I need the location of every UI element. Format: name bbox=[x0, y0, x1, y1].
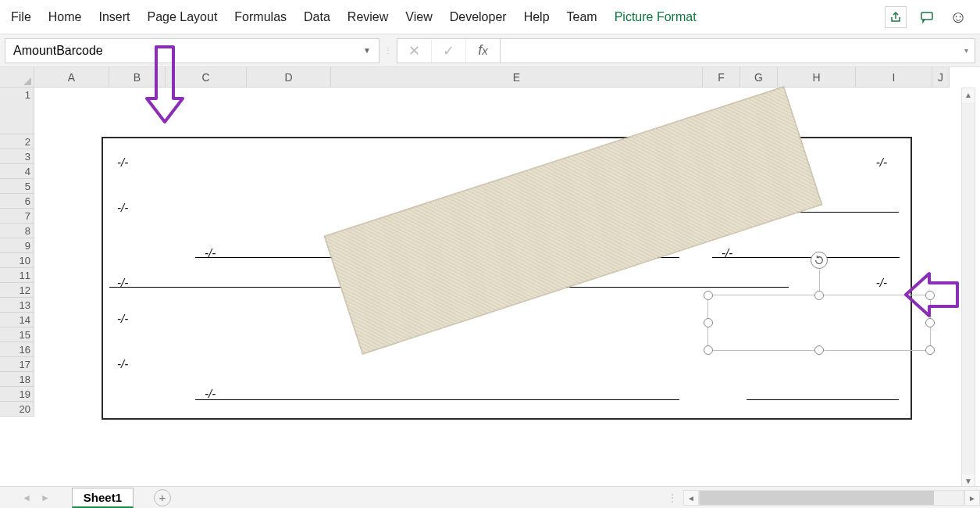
placeholder-11: -/- bbox=[205, 387, 216, 400]
tab-review[interactable]: Review bbox=[347, 10, 388, 24]
annotation-arrow-namebox bbox=[137, 38, 192, 123]
row-header-20[interactable]: 20 bbox=[0, 402, 34, 417]
tab-help[interactable]: Help bbox=[524, 10, 550, 24]
resize-handle-bl[interactable] bbox=[704, 345, 713, 355]
placeholder-8: -/- bbox=[876, 276, 887, 289]
placeholder-2: -/- bbox=[876, 156, 887, 169]
tab-formulas[interactable]: Formulas bbox=[234, 10, 287, 24]
formula-input[interactable] bbox=[501, 39, 957, 63]
tab-file[interactable]: File bbox=[11, 10, 31, 24]
col-header-H[interactable]: H bbox=[778, 67, 856, 87]
col-header-G[interactable]: G bbox=[740, 67, 778, 87]
vertical-scrollbar[interactable]: ▲ ▼ bbox=[961, 88, 975, 489]
scroll-right-icon[interactable]: ► bbox=[964, 490, 980, 506]
row-header-16[interactable]: 16 bbox=[0, 342, 34, 357]
row-header-14[interactable]: 14 bbox=[0, 313, 34, 327]
fx-icon[interactable]: fx bbox=[466, 39, 501, 63]
horizontal-scrollbar[interactable]: ◄ ► bbox=[683, 490, 980, 506]
tab-data[interactable]: Data bbox=[304, 10, 330, 24]
resize-handle-tl[interactable] bbox=[704, 291, 713, 300]
placeholder-9: -/- bbox=[117, 312, 128, 325]
row-header-15[interactable]: 15 bbox=[0, 327, 34, 342]
hscroll-track[interactable] bbox=[699, 490, 964, 506]
row-header-8[interactable]: 8 bbox=[0, 224, 34, 238]
col-header-E[interactable]: E bbox=[331, 67, 703, 87]
tab-nav-prev-icon[interactable]: ◄ bbox=[17, 492, 36, 503]
ribbon: File Home Insert Page Layout Formulas Da… bbox=[0, 0, 980, 34]
tab-picture-format[interactable]: Picture Format bbox=[615, 10, 697, 24]
tab-bar-grip[interactable]: ⋮ bbox=[668, 492, 683, 503]
cancel-entry-icon: ✕ bbox=[397, 39, 432, 63]
tab-developer[interactable]: Developer bbox=[450, 10, 507, 24]
tab-home[interactable]: Home bbox=[48, 10, 82, 24]
signature-line bbox=[747, 399, 899, 400]
col-header-J[interactable]: J bbox=[932, 67, 950, 87]
tab-nav-next-icon[interactable]: ► bbox=[36, 492, 55, 503]
worksheet-grid: A B C D E F G H I J 1 2 3 4 5 6 7 8 9 10… bbox=[0, 67, 980, 508]
sheet-tab-bar: ◄ ► Sheet1 + ⋮ ◄ ► bbox=[0, 486, 980, 508]
sheet-tab-sheet1[interactable]: Sheet1 bbox=[72, 488, 134, 508]
row-header-1[interactable]: 1 bbox=[0, 88, 34, 134]
col-header-A[interactable]: A bbox=[34, 67, 109, 87]
add-sheet-button[interactable]: + bbox=[154, 489, 171, 506]
name-box-dropdown-icon[interactable]: ▼ bbox=[363, 46, 371, 55]
formula-bar: ✕ ✓ fx ▾ bbox=[397, 38, 975, 63]
row-headers: 1 2 3 4 5 6 7 8 9 10 11 12 13 14 15 16 1… bbox=[0, 88, 34, 417]
vertical-grip[interactable]: ⋮ bbox=[383, 46, 394, 55]
row-header-5[interactable]: 5 bbox=[0, 179, 34, 194]
selected-picture-amountbarcode[interactable] bbox=[707, 295, 931, 351]
comments-icon[interactable] bbox=[916, 6, 938, 28]
scroll-up-icon[interactable]: ▲ bbox=[962, 88, 975, 102]
resize-handle-br[interactable] bbox=[925, 345, 935, 355]
row-header-12[interactable]: 12 bbox=[0, 283, 34, 298]
row-header-19[interactable]: 19 bbox=[0, 387, 34, 402]
row-header-7[interactable]: 7 bbox=[0, 209, 34, 224]
row-header-11[interactable]: 11 bbox=[0, 268, 34, 283]
row-header-3[interactable]: 3 bbox=[0, 149, 34, 164]
name-box[interactable]: AmountBarcode ▼ bbox=[5, 38, 380, 63]
row-header-10[interactable]: 10 bbox=[0, 253, 34, 268]
tab-insert[interactable]: Insert bbox=[98, 10, 130, 24]
share-icon[interactable] bbox=[885, 6, 907, 28]
name-box-value: AmountBarcode bbox=[13, 44, 103, 58]
row-header-13[interactable]: 13 bbox=[0, 298, 34, 313]
row-header-2[interactable]: 2 bbox=[0, 134, 34, 149]
row-header-18[interactable]: 18 bbox=[0, 372, 34, 387]
col-header-F[interactable]: F bbox=[703, 67, 740, 87]
sheet-canvas[interactable]: -/- -/- -/- -/- -/- -/- -/- -/- -/- -/- … bbox=[34, 88, 957, 489]
placeholder-3: -/- bbox=[117, 201, 128, 214]
resize-handle-mt[interactable] bbox=[814, 291, 824, 300]
svg-rect-0 bbox=[921, 13, 932, 20]
amount-line bbox=[712, 257, 900, 258]
feedback-smiley-icon[interactable]: ☺ bbox=[947, 6, 969, 28]
placeholder-10: -/- bbox=[117, 357, 128, 370]
hscroll-thumb[interactable] bbox=[700, 491, 934, 505]
memo-line bbox=[195, 399, 679, 400]
row-header-6[interactable]: 6 bbox=[0, 194, 34, 209]
rotate-handle-icon[interactable] bbox=[811, 252, 828, 269]
col-header-D[interactable]: D bbox=[247, 67, 331, 87]
row-header-9[interactable]: 9 bbox=[0, 238, 34, 253]
enter-entry-icon: ✓ bbox=[432, 39, 466, 63]
tab-page-layout[interactable]: Page Layout bbox=[147, 10, 217, 24]
resize-handle-mb[interactable] bbox=[814, 345, 824, 355]
col-header-I[interactable]: I bbox=[856, 67, 932, 87]
scroll-left-icon[interactable]: ◄ bbox=[683, 490, 699, 506]
annotation-arrow-barcode bbox=[904, 252, 959, 338]
row-header-17[interactable]: 17 bbox=[0, 357, 34, 372]
row-header-4[interactable]: 4 bbox=[0, 164, 34, 179]
select-all-corner[interactable] bbox=[0, 67, 34, 88]
resize-handle-ml[interactable] bbox=[704, 318, 713, 327]
expand-formula-bar-icon[interactable]: ▾ bbox=[957, 46, 975, 55]
tab-view[interactable]: View bbox=[405, 10, 432, 24]
placeholder-1: -/- bbox=[117, 156, 128, 169]
tab-team[interactable]: Team bbox=[567, 10, 597, 24]
